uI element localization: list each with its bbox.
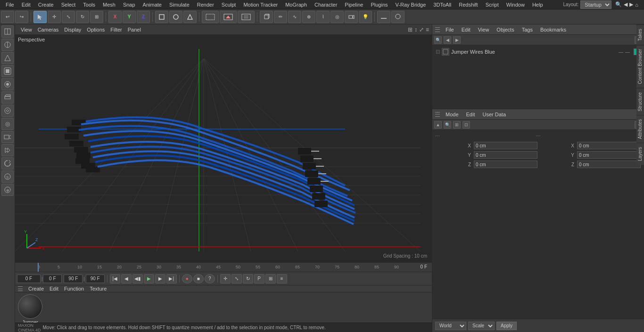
play-btn[interactable]: ▶ [144, 274, 154, 283]
attr-tab-edit[interactable]: Edit [464, 112, 477, 117]
vp-icon-expand[interactable]: ⊞ [408, 26, 413, 33]
coord-world-dropdown[interactable]: World Object Camera [435, 322, 466, 330]
left-tool-5[interactable] [1, 78, 14, 90]
attr-icon-3[interactable]: ⊞ [453, 121, 461, 129]
left-tool-3[interactable] [1, 52, 14, 64]
left-tool-12[interactable]: S [1, 170, 14, 183]
select-tool[interactable] [33, 11, 47, 23]
mat-menu-texture[interactable]: Texture [90, 286, 107, 292]
point-mode-btn[interactable] [169, 11, 182, 23]
camera-btn[interactable] [345, 11, 358, 23]
obj-tab-file[interactable]: File [444, 27, 456, 32]
viewport[interactable]: View Cameras Display Options Filter Pane… [15, 24, 432, 262]
vp-menu-panel[interactable]: Panel [125, 27, 144, 32]
attr-icon-1[interactable]: ▲ [434, 121, 442, 129]
menu-vray[interactable]: V-Ray Bridge [392, 0, 430, 9]
attr-tab-mode[interactable]: Mode [444, 112, 461, 117]
grid-tl-btn[interactable]: ⊞ [265, 274, 276, 283]
search-icon[interactable]: 🔍 [615, 1, 622, 8]
nurbs-btn[interactable]: ⊕ [302, 11, 315, 23]
left-tool-13[interactable]: ⊕ [1, 184, 14, 196]
x-axis-btn[interactable]: X [108, 11, 122, 23]
spline-btn[interactable]: ∿ [288, 11, 301, 23]
menu-snap[interactable]: Snap [119, 0, 139, 9]
menu-character[interactable]: Character [311, 0, 341, 9]
light-btn[interactable]: 💡 [359, 11, 372, 23]
vp-icon-maximize[interactable]: ⤢ [419, 26, 424, 33]
obj-next-icon[interactable]: ▶ [453, 36, 461, 44]
menu-select[interactable]: Select [58, 0, 80, 9]
vtab-attributes[interactable]: Attributes [636, 115, 644, 143]
effector-btn[interactable]: ◎ [330, 11, 344, 23]
vp-menu-view[interactable]: View [18, 27, 35, 32]
cube-btn[interactable] [260, 11, 273, 23]
menu-plugins[interactable]: Plugins [367, 0, 391, 9]
start-frame-input[interactable] [43, 275, 62, 283]
record-btn[interactable]: ● [182, 274, 192, 283]
left-tool-1[interactable] [1, 25, 14, 38]
play-reverse-btn[interactable]: ◀▮ [132, 274, 143, 283]
rotate-tool-tl[interactable]: ↻ [243, 274, 253, 283]
menu-motion-tracker[interactable]: Motion Tracker [239, 0, 281, 9]
menu-simulate[interactable]: Simulate [165, 0, 193, 9]
prev-frame-btn[interactable]: ◀ [121, 274, 132, 283]
menu-help[interactable]: Help [528, 0, 547, 9]
menu-redshift[interactable]: Redshift [455, 0, 481, 9]
obj-tab-view[interactable]: View [476, 27, 491, 32]
redo-button[interactable]: ↪ [15, 11, 28, 23]
transform-tool[interactable]: ⊞ [90, 11, 103, 23]
mat-menu-function[interactable]: Function [64, 286, 84, 292]
menu-script[interactable]: Script [482, 0, 503, 9]
attr-icon-4[interactable]: ⊡ [462, 121, 470, 129]
left-tool-11[interactable] [1, 157, 14, 170]
render-settings-btn[interactable] [238, 11, 255, 23]
layout-select[interactable]: Startup [580, 0, 611, 9]
attr-z-pos-input[interactable] [474, 161, 537, 168]
menu-file[interactable]: File [2, 0, 18, 9]
current-frame-input[interactable] [17, 275, 41, 283]
coord-apply-button[interactable]: Apply [496, 322, 517, 330]
object-item-jumper[interactable]: Jumper Wires Blue — — [434, 47, 642, 57]
deformer-btn[interactable]: ⌇ [316, 11, 330, 23]
end-frame-input[interactable] [64, 275, 83, 283]
timeline-ruler-bar[interactable]: 0 5 10 15 20 25 30 35 40 45 50 55 60 65 … [15, 262, 432, 272]
left-tool-4[interactable] [1, 65, 14, 77]
left-tool-10[interactable] [1, 144, 14, 156]
next-icon[interactable]: ▶ [629, 1, 633, 8]
obj-tab-tags[interactable]: Tags [520, 27, 535, 32]
attr-y-pos-input[interactable] [474, 151, 537, 159]
attr-search-icon[interactable]: 🔍 [444, 121, 451, 129]
menu-render[interactable]: Render [193, 0, 218, 9]
material-item[interactable]: Jumper [18, 294, 42, 325]
menu-create[interactable]: Create [34, 0, 58, 9]
attr-x-pos-input[interactable] [474, 142, 537, 149]
left-tool-2[interactable] [1, 39, 14, 51]
scale-tool[interactable]: ⤡ [62, 11, 75, 23]
obj-tab-objects[interactable]: Objects [495, 27, 516, 32]
menu-edit[interactable]: Edit [18, 0, 34, 9]
scale-tool-tl[interactable]: ⤡ [231, 274, 242, 283]
menu-sculpt[interactable]: Sculpt [218, 0, 240, 9]
move-tool[interactable]: ✛ [48, 11, 61, 23]
menu-right-icons[interactable]: 🔍 ◀ ▶ ⌂ [611, 0, 642, 9]
obj-prev-icon[interactable]: ◀ [444, 36, 451, 44]
vtab-takes[interactable]: Takes [636, 24, 644, 45]
stop-btn[interactable]: ■ [193, 274, 204, 283]
left-tool-7[interactable] [1, 105, 14, 117]
help-btn[interactable]: ? [205, 274, 215, 283]
vp-menu-display[interactable]: Display [61, 27, 84, 32]
obj-search-icon[interactable]: 🔍 [434, 36, 442, 44]
menu-animate[interactable]: Animate [139, 0, 165, 9]
sky-btn[interactable] [391, 11, 405, 23]
obj-tab-edit[interactable]: Edit [460, 27, 472, 32]
coord-scale-dropdown[interactable]: Scale Size [468, 322, 495, 330]
attr-z-pos2-input[interactable] [577, 161, 641, 168]
vtab-structure[interactable]: Structure [636, 88, 644, 115]
render-region-btn[interactable] [202, 11, 219, 23]
prev-icon[interactable]: ◀ [624, 1, 627, 8]
left-tool-9[interactable] [1, 131, 14, 143]
rotate-tool[interactable]: ↻ [76, 11, 89, 23]
z-axis-btn[interactable]: Z [137, 11, 150, 23]
menu-mesh[interactable]: Mesh [99, 0, 119, 9]
menu-mograph[interactable]: MoGraph [281, 0, 311, 9]
